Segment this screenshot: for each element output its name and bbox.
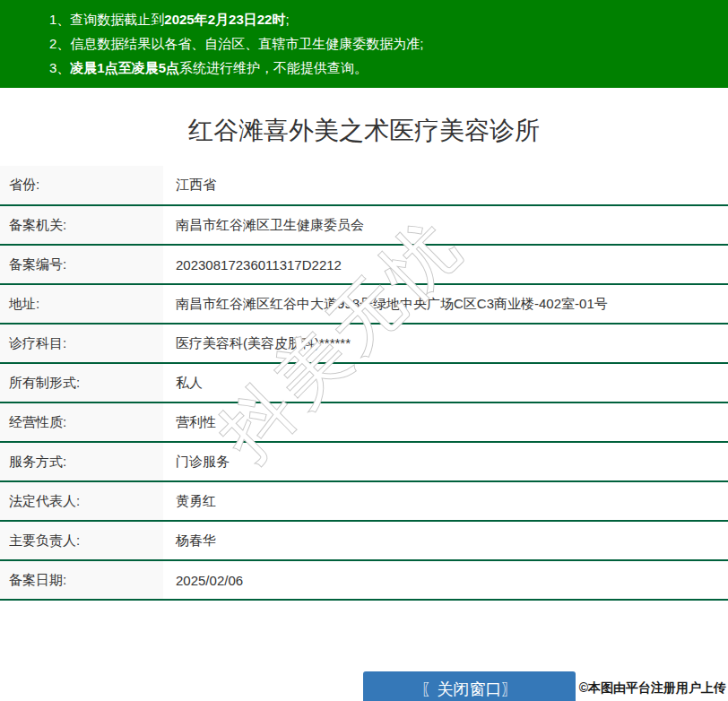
table-row: 备案日期: 2025/02/06 [0,560,728,600]
notice-line-text: 查询数据截止到 [70,12,164,27]
table-row: 法定代表人: 黄勇红 [0,481,728,521]
table-row: 诊疗科目: 医疗美容科(美容皮肤科)****** [0,324,728,363]
row-value: 南昌市红谷滩区卫生健康委员会 [163,205,728,245]
row-label: 服务方式: [0,442,163,481]
copyright-note: ©本图由平台注册用户上传 [579,680,726,697]
notice-banner: 1、查询数据截止到2025年2月23日22时; 2、信息数据结果以各省、自治区、… [0,0,728,88]
row-label: 省份: [0,166,163,205]
notice-line-text-after: ; [285,12,289,27]
row-label: 经营性质: [0,402,163,442]
row-label: 备案机关: [0,205,163,245]
row-value: 医疗美容科(美容皮肤科)****** [163,324,728,363]
close-window-button[interactable]: 〖关闭窗口〗 [363,671,576,701]
notice-line-number: 3、 [49,60,70,75]
row-label: 诊疗科目: [0,324,163,363]
table-row: 省份: 江西省 [0,166,728,205]
table-row: 所有制形式: 私人 [0,363,728,402]
notice-line-text-after: 系统进行维护，不能提供查询。 [179,60,368,75]
table-row: 服务方式: 门诊服务 [0,442,728,481]
row-label: 主要负责人: [0,521,163,560]
table-row: 备案编号: 20230817236011317D2212 [0,245,728,284]
row-value: 江西省 [163,166,728,205]
notice-line-text: 信息数据结果以各省、自治区、直辖市卫生健康委数据为准; [70,36,423,51]
row-label: 法定代表人: [0,481,163,521]
notice-line: 2、信息数据结果以各省、自治区、直辖市卫生健康委数据为准; [49,31,710,56]
row-value: 杨春华 [163,521,728,560]
row-value: 南昌市红谷滩区红谷中大道998号绿地中央广场C区C3商业楼-402室-01号 [163,284,728,324]
page-title: 红谷滩喜外美之术医疗美容诊所 [0,115,728,147]
row-value: 黄勇红 [163,481,728,521]
row-label: 所有制形式: [0,363,163,402]
table-row: 经营性质: 营利性 [0,402,728,442]
row-value: 私人 [163,363,728,402]
row-label: 地址: [0,284,163,324]
table-row: 备案机关: 南昌市红谷滩区卫生健康委员会 [0,205,728,245]
table-row: 地址: 南昌市红谷滩区红谷中大道998号绿地中央广场C区C3商业楼-402室-0… [0,284,728,324]
row-value: 2025/02/06 [163,560,728,600]
row-value: 门诊服务 [163,442,728,481]
notice-line: 1、查询数据截止到2025年2月23日22时; [49,7,710,31]
table-row: 主要负责人: 杨春华 [0,521,728,560]
notice-line-bold-text: 2025年2月23日22时 [164,12,285,27]
notice-line-number: 2、 [49,36,70,51]
row-label: 备案日期: [0,560,163,600]
notice-line-bold-text: 凌晨1点至凌晨5点 [70,60,179,75]
row-value: 营利性 [163,402,728,442]
notice-line: 3、凌晨1点至凌晨5点系统进行维护，不能提供查询。 [49,56,710,80]
notice-line-number: 1、 [49,12,70,27]
registration-table: 省份: 江西省 备案机关: 南昌市红谷滩区卫生健康委员会 备案编号: 20230… [0,166,728,601]
row-label: 备案编号: [0,245,163,284]
row-value: 20230817236011317D2212 [163,245,728,284]
